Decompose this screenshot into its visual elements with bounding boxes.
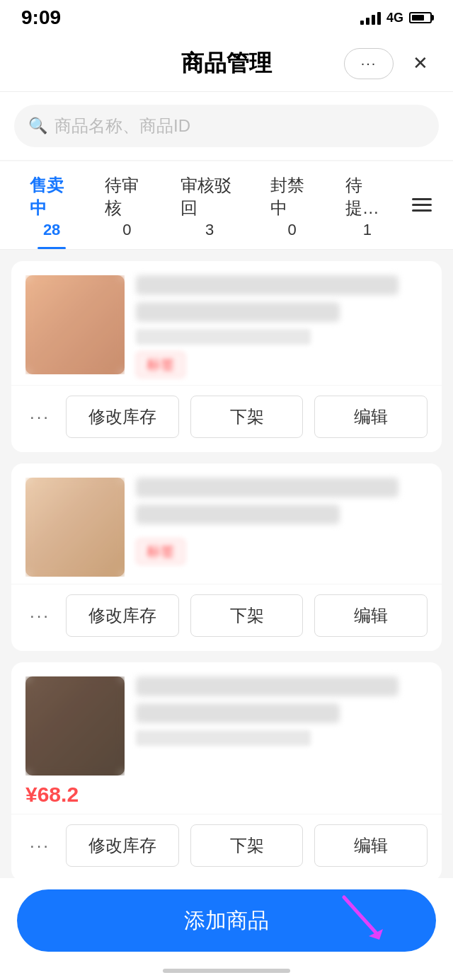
search-icon: 🔍 [28, 117, 47, 135]
modify-stock-btn-2[interactable]: 修改库存 [66, 594, 179, 637]
edit-btn-3[interactable]: 编辑 [314, 824, 428, 867]
signal-icon [360, 11, 381, 25]
tab-selling-count: 28 [43, 221, 60, 239]
product-card-2: 标签 ··· 修改库存 下架 编辑 [11, 463, 442, 651]
header: 商品管理 ··· ✕ [0, 35, 453, 92]
product-image-2 [25, 478, 125, 577]
product-actions-2: ··· 修改库存 下架 编辑 [11, 584, 442, 651]
tabs-scroll: 售卖中 28 待审核 0 审核驳回 3 封禁中 0 待提… 1 [14, 161, 405, 249]
tab-rejected[interactable]: 审核驳回 3 [165, 161, 255, 249]
tab-banned[interactable]: 封禁中 0 [255, 161, 330, 249]
search-bar: 🔍 商品名称、商品ID [0, 92, 453, 160]
product-tag-2: 标签 [136, 538, 185, 565]
product-info-3 [11, 662, 442, 783]
network-label: 4G [386, 11, 403, 25]
product-details-3 [136, 676, 428, 776]
tab-pending-submit[interactable]: 待提… 1 [330, 161, 405, 249]
status-time: 9:09 [21, 6, 61, 29]
product-more-1[interactable]: ··· [25, 407, 55, 427]
product-actions-1: ··· 修改库存 下架 编辑 [11, 385, 442, 452]
product-meta-blur-1 [136, 329, 311, 345]
tab-banned-label: 封禁中 [270, 174, 314, 219]
product-card-1: 标签 ··· 修改库存 下架 编辑 [11, 261, 442, 452]
product-price-3: ¥68.2 [11, 783, 442, 814]
product-more-3[interactable]: ··· [25, 836, 55, 855]
product-name-blur-2 [136, 478, 398, 497]
tab-selling[interactable]: 售卖中 28 [14, 161, 89, 249]
search-input-wrap[interactable]: 🔍 商品名称、商品ID [14, 105, 439, 147]
product-actions-3: ··· 修改库存 下架 编辑 [11, 814, 442, 881]
tab-pending-label: 待审核 [105, 174, 149, 219]
product-name-blur-3b [136, 703, 340, 723]
svg-rect-2 [412, 209, 432, 212]
edit-btn-2[interactable]: 编辑 [314, 594, 428, 637]
take-down-btn-1[interactable]: 下架 [190, 396, 304, 438]
take-down-btn-2[interactable]: 下架 [190, 594, 304, 637]
svg-rect-1 [412, 204, 432, 206]
product-info-1: 标签 [11, 261, 442, 385]
header-actions: ··· ✕ [344, 48, 436, 79]
product-details-2: 标签 [136, 478, 428, 577]
product-tag-1: 标签 [136, 352, 185, 378]
product-info-2: 标签 [11, 463, 442, 584]
product-name-blur-1 [136, 275, 398, 295]
status-icons: 4G [360, 11, 432, 25]
tab-rejected-count: 3 [205, 221, 214, 239]
page-title: 商品管理 [181, 48, 272, 79]
home-indicator [163, 969, 290, 973]
svg-marker-4 [369, 929, 383, 940]
tabs-menu-icon[interactable] [405, 191, 439, 219]
tab-pending-submit-label: 待提… [345, 174, 389, 219]
tab-pending[interactable]: 待审核 0 [89, 161, 164, 249]
status-bar: 9:09 4G [0, 0, 453, 35]
take-down-btn-3[interactable]: 下架 [190, 824, 304, 867]
arrow-annotation [337, 890, 394, 952]
product-details-1: 标签 [136, 275, 428, 378]
add-product-button[interactable]: 添加商品 [17, 889, 436, 952]
product-image-3 [25, 676, 125, 776]
battery-icon [409, 12, 432, 23]
tabs-container: 售卖中 28 待审核 0 审核驳回 3 封禁中 0 待提… 1 [0, 161, 453, 250]
bottom-bar: 添加商品 [0, 878, 453, 980]
product-image-1 [25, 275, 125, 374]
edit-btn-1[interactable]: 编辑 [314, 396, 428, 438]
product-name-blur-1b [136, 302, 340, 322]
tab-selling-label: 售卖中 [30, 174, 74, 219]
product-meta-blur-3 [136, 730, 311, 746]
svg-line-3 [344, 897, 376, 933]
product-name-blur-2b [136, 505, 340, 524]
tab-banned-count: 0 [288, 221, 297, 239]
tab-pending-count: 0 [122, 221, 131, 239]
close-button[interactable]: ✕ [405, 48, 436, 79]
search-placeholder: 商品名称、商品ID [55, 115, 190, 137]
product-more-2[interactable]: ··· [25, 606, 55, 626]
modify-stock-btn-3[interactable]: 修改库存 [66, 824, 179, 867]
svg-rect-0 [412, 198, 432, 200]
product-name-blur-3 [136, 676, 398, 696]
product-list: 标签 ··· 修改库存 下架 编辑 标签 ··· 修改库存 下架 编辑 [0, 250, 453, 980]
product-card-3: ¥68.2 ··· 修改库存 下架 编辑 [11, 662, 442, 881]
modify-stock-btn-1[interactable]: 修改库存 [66, 396, 179, 438]
more-button[interactable]: ··· [344, 48, 394, 79]
tab-pending-submit-count: 1 [363, 221, 372, 239]
tab-rejected-label: 审核驳回 [180, 174, 239, 219]
